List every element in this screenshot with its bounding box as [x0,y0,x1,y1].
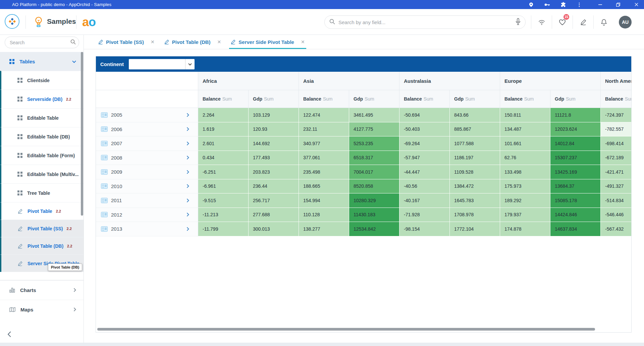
column-header-australasia-balance[interactable]: BalanceSum [399,90,450,108]
pivot-value-cell[interactable]: 0.434 [198,151,249,165]
pivot-value-cell[interactable]: -69.264 [399,136,450,151]
pivot-value-cell[interactable]: 1708.978 [450,208,500,222]
pivot-value-cell[interactable]: 1109.528 [450,165,500,179]
expand-row-icon[interactable] [186,141,189,146]
sidebar-item-editable-table-db[interactable]: Editable Table (DB) [0,127,84,146]
browser-menu-icon[interactable]: ⋮ [576,0,582,9]
global-search[interactable] [324,15,526,29]
expand-row-icon[interactable] [186,213,189,217]
sidebar-search[interactable] [5,37,79,48]
column-header-africa-gdp[interactable]: GdpSum [249,90,299,108]
row-header-2010[interactable]: 2010 [96,179,198,194]
pivot-value-cell[interactable]: 843.66 [450,108,500,122]
pivot-value-cell[interactable]: 144.692 [249,136,299,151]
pivot-value-cell[interactable]: -71.928 [399,208,450,222]
pivot-value-cell[interactable]: -11.799 [198,222,249,236]
pivot-value-cell[interactable]: 232.11 [299,122,349,137]
column-header-north-america-balance[interactable]: BalanceSum [601,90,631,108]
expand-row-icon[interactable] [186,198,189,203]
pivot-value-cell[interactable]: -514.834 [601,193,631,208]
pivot-value-cell[interactable]: 177.493 [249,151,299,165]
continent-select[interactable] [129,59,195,69]
row-header-2005[interactable]: 2005 [96,108,198,122]
platform-logo[interactable] [5,14,19,29]
expand-row-icon[interactable] [186,184,189,188]
pivot-value-cell[interactable]: 1077.588 [450,136,500,151]
pivot-value-cell[interactable]: -98.154 [399,222,450,236]
pivot-value-cell[interactable]: 188.665 [299,179,349,194]
pivot-value-cell[interactable]: 300.013 [249,222,299,236]
pivot-value-cell[interactable]: 133.498 [500,165,550,179]
sidebar-item-pivot-table-ss[interactable]: Pivot Table (SS)2.2 [0,220,84,237]
pivot-value-cell[interactable]: 101.661 [500,136,550,151]
pivot-value-cell[interactable]: -57.947 [399,151,450,165]
column-header-europe-gdp[interactable]: GdpSum [550,90,601,108]
pivot-value-cell[interactable]: 277.688 [249,208,299,222]
pivot-value-cell[interactable]: 134.487 [500,122,550,137]
pivot-value-cell[interactable]: 14637.834 [550,222,601,236]
pivot-value-cell[interactable]: 150.811 [500,108,550,122]
pivot-value-cell[interactable]: -782.557 [601,122,631,137]
pivot-value-cell[interactable]: -44.447 [399,165,450,179]
pivot-value-cell[interactable]: 203.823 [249,165,299,179]
minimize-button[interactable] [597,0,603,9]
pivot-value-cell[interactable]: -50.694 [399,108,450,122]
pivot-value-cell[interactable]: 1645.783 [450,193,500,208]
sidebar-scrollbar[interactable] [81,52,83,216]
row-header-2012[interactable]: 2012 [96,208,198,222]
pivot-value-cell[interactable]: 110.128 [299,208,349,222]
column-header-asia-balance[interactable]: BalanceSum [299,90,349,108]
pivot-value-cell[interactable]: 175.973 [500,179,550,194]
horizontal-scrollbar[interactable] [97,328,595,331]
sidebar-section-charts[interactable]: Charts [0,280,84,300]
pivot-value-cell[interactable]: 179.937 [500,208,550,222]
pivot-value-cell[interactable]: -11.213 [198,208,249,222]
global-search-input[interactable] [338,19,516,25]
pivot-value-cell[interactable]: -40.56 [399,179,450,194]
pivot-value-cell[interactable]: -724.397 [601,108,631,122]
lightbulb-icon[interactable] [34,16,43,29]
microphone-icon[interactable] [516,18,521,26]
row-header-2006[interactable]: 2006 [96,122,198,137]
row-header-2008[interactable]: 2008 [96,151,198,165]
pivot-value-cell[interactable]: 377.061 [299,151,349,165]
pivot-value-cell[interactable]: -567.432 [601,222,631,236]
tab-pivot-table-db[interactable]: Pivot Table (DB)✕ [164,35,221,49]
pivot-value-cell[interactable]: 154.994 [299,193,349,208]
pivot-value-cell[interactable]: 7004.017 [349,165,399,179]
pivot-value-cell[interactable]: 1.619 [198,122,249,137]
pivot-value-cell[interactable]: -421.471 [601,165,631,179]
pivot-value-cell[interactable]: 14012.84 [550,136,601,151]
sidebar-item-editable-table-multiv[interactable]: Editable Table (Multiv... [0,165,84,183]
pivot-value-cell[interactable]: 62.76 [500,151,550,165]
pivot-value-cell[interactable]: 2.601 [198,136,249,151]
sidebar-collapse-button[interactable] [7,331,12,339]
sidebar-item-editable-table[interactable]: Editable Table [0,108,84,127]
tab-pivot-table-ss[interactable]: Pivot Table (SS)✕ [98,35,155,49]
pivot-value-cell[interactable]: 12534.842 [349,222,399,236]
pivot-value-cell[interactable]: 15307.237 [550,151,601,165]
pivot-value-cell[interactable]: 11430.183 [349,208,399,222]
row-header-2007[interactable]: 2007 [96,136,198,151]
expand-row-icon[interactable] [186,113,189,117]
sidebar-item-pivot-table[interactable]: Pivot Table2.2 [0,202,84,220]
expand-row-icon[interactable] [186,170,189,174]
pivot-value-cell[interactable]: 885.867 [450,122,500,137]
favorites-button[interactable]: 15 [552,15,573,29]
user-avatar[interactable]: AU [619,16,632,28]
pivot-value-cell[interactable]: 174.878 [500,222,550,236]
column-header-asia-gdp[interactable]: GdpSum [349,90,399,108]
extensions-puzzle-icon[interactable] [560,0,566,9]
signature-button[interactable] [573,15,593,29]
pivot-value-cell[interactable]: 189.292 [500,193,550,208]
row-header-2011[interactable]: 2011 [96,193,198,208]
pivot-value-cell[interactable]: 14424.846 [550,208,601,222]
notifications-button[interactable] [593,15,614,29]
sidebar-section-tables[interactable]: Tables [0,52,84,71]
pivot-value-cell[interactable]: 103.129 [249,108,299,122]
pivot-value-cell[interactable]: 340.977 [299,136,349,151]
pivot-value-cell[interactable]: -6.961 [198,179,249,194]
column-header-australasia-gdp[interactable]: GdpSum [450,90,500,108]
expand-row-icon[interactable] [186,156,189,160]
sidebar-search-input[interactable] [10,40,70,45]
